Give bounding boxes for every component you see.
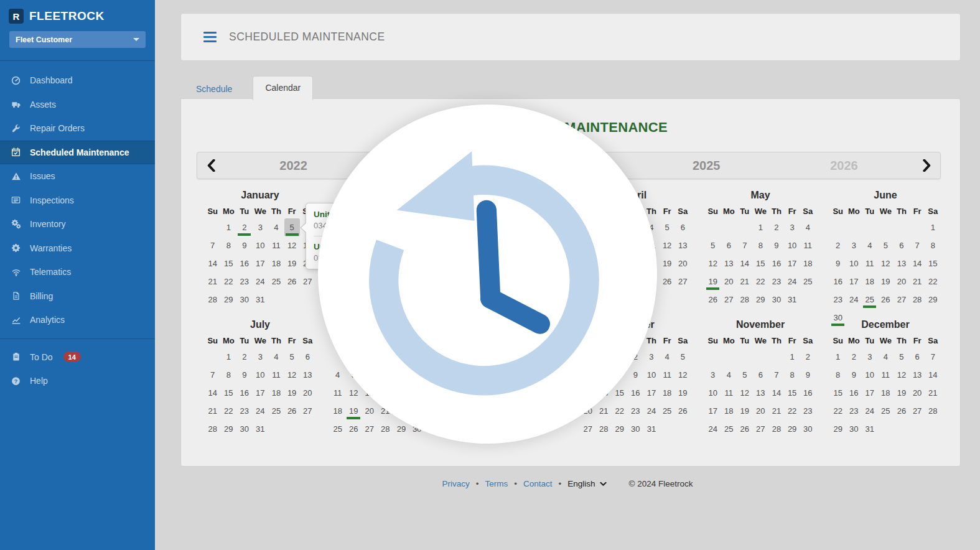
day-cell[interactable]: 12	[675, 366, 691, 384]
day-cell[interactable]: 11	[268, 366, 284, 384]
day-cell[interactable]: 7	[768, 366, 784, 384]
tab-schedule[interactable]: Schedule	[185, 78, 243, 100]
day-cell[interactable]: 2	[800, 348, 816, 366]
day-cell[interactable]: 3	[846, 236, 862, 254]
day-cell[interactable]: 12	[894, 366, 909, 384]
day-cell[interactable]: 27	[362, 420, 377, 438]
day-cell[interactable]: 13	[721, 254, 737, 273]
day-cell[interactable]: 9	[236, 236, 252, 254]
day-cell[interactable]: 27	[580, 420, 595, 438]
day-cell[interactable]: 19	[284, 254, 300, 273]
day-cell[interactable]: 1	[830, 348, 846, 366]
day-cell[interactable]: 29	[752, 291, 768, 309]
day-cell[interactable]: 11	[877, 366, 894, 384]
day-cell[interactable]: 1	[220, 348, 236, 366]
day-cell[interactable]: 25	[721, 420, 737, 438]
day-cell[interactable]: 3	[705, 366, 721, 384]
day-cell[interactable]: 6	[910, 348, 925, 366]
day-cell[interactable]: 15	[925, 254, 941, 273]
sidebar-item-telematics[interactable]: Telematics	[0, 260, 155, 284]
day-cell[interactable]: 2	[236, 218, 252, 236]
day-cell[interactable]: 28	[737, 291, 752, 309]
footer-link-privacy[interactable]: Privacy	[442, 479, 469, 488]
day-cell[interactable]: 26	[660, 273, 675, 291]
day-cell[interactable]: 29	[612, 420, 627, 438]
day-cell[interactable]: 9	[236, 366, 252, 384]
day-cell[interactable]: 9	[830, 254, 846, 273]
day-cell[interactable]: 4	[721, 366, 737, 384]
day-cell[interactable]: 27	[300, 273, 315, 291]
day-cell[interactable]: 20	[675, 254, 691, 273]
day-cell[interactable]: 4	[268, 348, 284, 366]
day-cell[interactable]: 28	[925, 402, 941, 420]
day-cell[interactable]: 18	[800, 254, 816, 273]
day-cell[interactable]: 25	[660, 402, 675, 420]
day-cell[interactable]: 18	[660, 384, 675, 402]
day-cell[interactable]: 9	[800, 366, 816, 384]
day-cell[interactable]: 21	[205, 273, 220, 291]
day-cell[interactable]: 25	[800, 273, 816, 291]
day-cell[interactable]: 13	[675, 236, 691, 254]
day-cell[interactable]: 26	[284, 402, 300, 420]
day-cell[interactable]: 26	[284, 273, 300, 291]
day-cell[interactable]: 16	[768, 254, 784, 273]
day-cell[interactable]: 18	[268, 254, 284, 273]
day-cell[interactable]: 31	[252, 291, 268, 309]
day-cell[interactable]: 12	[737, 384, 752, 402]
day-cell[interactable]: 12	[705, 254, 721, 273]
day-cell[interactable]: 4	[800, 218, 816, 236]
day-cell[interactable]: 15	[752, 254, 768, 273]
day-cell[interactable]: 4	[862, 236, 877, 254]
day-cell[interactable]: 24	[785, 273, 800, 291]
day-cell[interactable]: 28	[910, 291, 925, 309]
day-cell[interactable]: 24	[705, 420, 721, 438]
day-cell[interactable]: 27	[910, 402, 925, 420]
day-cell[interactable]: 4	[877, 348, 894, 366]
day-cell[interactable]: 21	[925, 384, 941, 402]
day-cell[interactable]: 29	[785, 420, 800, 438]
day-cell[interactable]: 28	[205, 420, 220, 438]
day-cell[interactable]: 30	[236, 291, 252, 309]
day-cell[interactable]: 22	[220, 402, 236, 420]
day-cell[interactable]: 13	[752, 384, 768, 402]
day-cell[interactable]: 6	[894, 236, 909, 254]
day-cell[interactable]: 21	[737, 273, 752, 291]
day-cell[interactable]: 17	[862, 384, 877, 402]
day-cell[interactable]: 16	[800, 384, 816, 402]
day-cell[interactable]: 18	[721, 402, 737, 420]
day-cell[interactable]: 1	[220, 218, 236, 236]
day-cell[interactable]: 13	[300, 366, 315, 384]
day-cell[interactable]: 16	[846, 384, 862, 402]
language-selector[interactable]: English	[567, 479, 606, 488]
sidebar-item-help[interactable]: ?Help	[0, 369, 155, 393]
day-cell[interactable]: 19	[877, 273, 894, 291]
day-cell[interactable]: 11	[862, 254, 877, 273]
day-cell[interactable]: 5	[894, 348, 909, 366]
day-cell[interactable]: 7	[737, 236, 752, 254]
sidebar-item-analytics[interactable]: Analytics	[0, 308, 155, 332]
day-cell[interactable]: 29	[220, 420, 236, 438]
day-cell[interactable]: 13	[910, 366, 925, 384]
day-cell[interactable]: 30	[830, 309, 846, 327]
day-cell[interactable]: 19	[660, 254, 675, 273]
day-cell[interactable]: 11	[721, 384, 737, 402]
role-selector[interactable]: Fleet Customer	[9, 31, 146, 48]
day-cell[interactable]: 26	[737, 420, 752, 438]
day-cell[interactable]: 2	[768, 218, 784, 236]
day-cell[interactable]: 21	[205, 402, 220, 420]
day-cell[interactable]: 11	[660, 366, 675, 384]
day-cell[interactable]: 18	[862, 273, 877, 291]
day-cell[interactable]: 25	[877, 402, 894, 420]
day-cell[interactable]: 10	[862, 366, 877, 384]
day-cell[interactable]: 6	[752, 366, 768, 384]
day-cell[interactable]: 3	[862, 348, 877, 366]
day-cell[interactable]: 1	[785, 348, 800, 366]
day-cell[interactable]: 7	[205, 236, 220, 254]
day-cell[interactable]: 10	[643, 366, 659, 384]
day-cell[interactable]: 24	[862, 402, 877, 420]
day-cell[interactable]: 14	[737, 254, 752, 273]
day-cell[interactable]: 19	[705, 273, 721, 291]
day-cell[interactable]: 3	[643, 348, 659, 366]
day-cell[interactable]: 19	[737, 402, 752, 420]
day-cell[interactable]: 15	[785, 384, 800, 402]
